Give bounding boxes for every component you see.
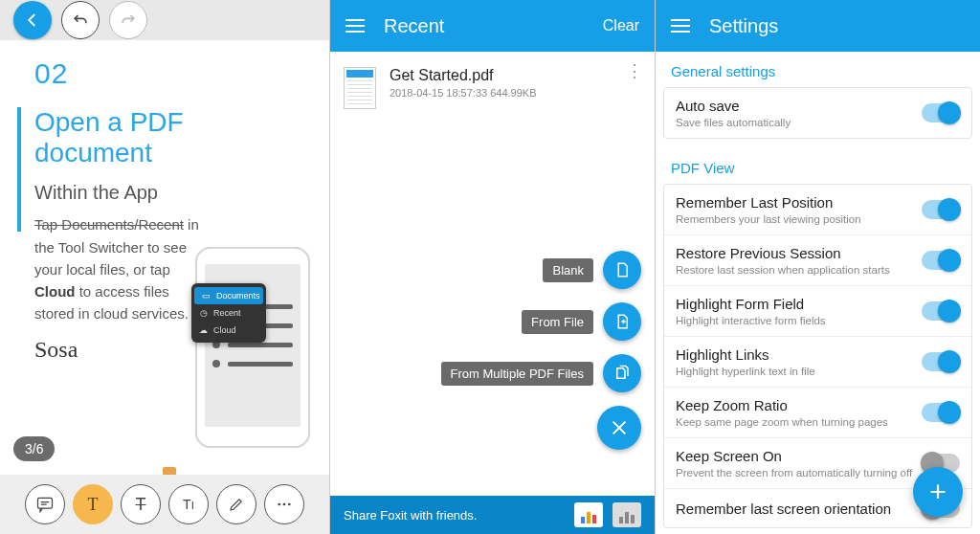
create-menu: Blank From File From Multiple PDF Files — [441, 251, 641, 450]
redo-button[interactable] — [109, 1, 147, 39]
step-subtitle: Within the App — [34, 182, 304, 204]
phone-illustration: ▭Documents ◷Recent ☁Cloud — [195, 247, 310, 448]
share-text: Share Foxit with friends. — [344, 508, 477, 523]
from-file-icon — [603, 302, 641, 341]
switcher-cloud: ☁Cloud — [191, 322, 266, 339]
toggle-form-field[interactable] — [922, 301, 960, 321]
editor-topbar — [0, 0, 329, 40]
tool-switcher-popup: ▭Documents ◷Recent ☁Cloud — [191, 283, 266, 343]
svg-point-3 — [288, 503, 291, 506]
file-meta: 2018-04-15 18:57:33 644.99KB — [390, 87, 612, 99]
toggle-auto-save[interactable] — [922, 103, 960, 122]
settings-pane: Settings General settings Auto save Save… — [656, 0, 980, 534]
recent-title: Recent — [384, 15, 584, 37]
editor-pane: 02 Open a PDF document Within the App Ta… — [0, 0, 330, 534]
svg-point-2 — [283, 503, 286, 506]
tool-strikeout[interactable]: T — [121, 484, 161, 524]
undo-button[interactable] — [61, 1, 100, 39]
setting-keep-zoom[interactable]: Keep Zoom RatioKeep same page zoom when … — [664, 388, 971, 438]
menu-icon[interactable] — [671, 19, 690, 33]
setting-highlight-links[interactable]: Highlight LinksHighlight hyperlink text … — [664, 337, 971, 388]
settings-title: Settings — [709, 15, 965, 37]
create-blank[interactable]: Blank — [543, 251, 641, 289]
share-app-icon-2 — [612, 502, 641, 527]
recent-pane: Recent Clear Get Started.pdf 2018-04-15 … — [330, 0, 656, 534]
setting-restore-session[interactable]: Restore Previous SessionRestore last ses… — [664, 235, 971, 286]
page-indicator[interactable]: 3/6 — [13, 436, 55, 461]
file-name: Get Started.pdf — [390, 67, 612, 84]
create-from-file[interactable]: From File — [522, 302, 641, 341]
tool-text-edit[interactable]: TI — [168, 484, 209, 524]
clear-button[interactable]: Clear — [603, 17, 639, 34]
section-general: General settings — [656, 52, 980, 87]
file-thumbnail — [344, 67, 376, 109]
setting-form-field[interactable]: Highlight Form FieldHighlight interactiv… — [664, 286, 971, 337]
create-from-multiple[interactable]: From Multiple PDF Files — [441, 354, 641, 392]
tool-draw[interactable] — [216, 484, 256, 524]
tool-highlight[interactable]: T — [73, 484, 113, 524]
share-bar[interactable]: Share Foxit with friends. — [330, 496, 655, 534]
annotation-toolbar: T T TI — [0, 475, 329, 534]
add-button[interactable]: + — [913, 467, 963, 517]
toggle-keep-zoom[interactable] — [922, 403, 960, 422]
toggle-highlight-links[interactable] — [922, 352, 960, 371]
step-number: 02 — [34, 57, 304, 90]
settings-appbar: Settings — [656, 0, 980, 52]
setting-last-position[interactable]: Remember Last PositionRemembers your las… — [664, 185, 971, 235]
setting-auto-save[interactable]: Auto save Save files automatically — [664, 88, 971, 138]
accent-bar — [17, 107, 21, 232]
switcher-recent: ◷Recent — [191, 304, 266, 322]
close-icon — [597, 406, 641, 450]
menu-icon[interactable] — [345, 19, 365, 33]
svg-point-1 — [278, 503, 280, 506]
svg-rect-0 — [38, 498, 53, 508]
from-multiple-icon — [603, 354, 641, 392]
step-title: Open a PDF document — [34, 107, 304, 168]
tool-more[interactable] — [264, 484, 304, 524]
file-row[interactable]: Get Started.pdf 2018-04-15 18:57:33 644.… — [330, 52, 655, 124]
tool-comment[interactable] — [25, 484, 65, 524]
settings-list[interactable]: General settings Auto save Save files au… — [656, 52, 980, 534]
back-button[interactable] — [13, 1, 52, 39]
blank-icon — [603, 251, 641, 289]
section-pdf-view: PDF View — [656, 148, 980, 184]
switcher-documents: ▭Documents — [194, 287, 263, 304]
file-info: Get Started.pdf 2018-04-15 18:57:33 644.… — [390, 67, 612, 99]
file-more-icon[interactable]: ⋮ — [626, 67, 641, 76]
toggle-restore-session[interactable] — [922, 251, 960, 270]
share-app-icon — [574, 502, 603, 527]
recent-appbar: Recent Clear — [330, 0, 655, 52]
step-paragraph: Tap Documents/Recent in the Tool Switche… — [34, 213, 207, 324]
toggle-last-position[interactable] — [922, 200, 960, 219]
create-close[interactable] — [597, 406, 641, 450]
